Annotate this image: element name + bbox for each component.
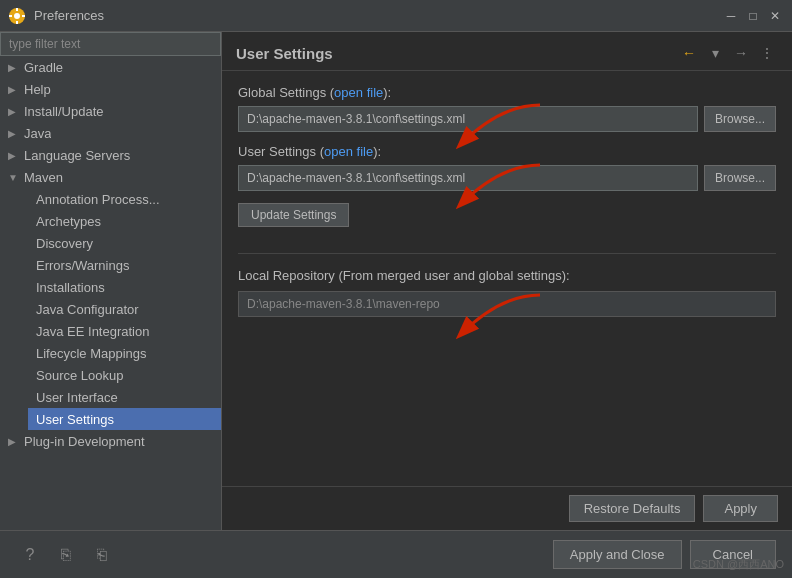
help-button[interactable]: ? [16,541,44,569]
sidebar-item-plugin-development[interactable]: ▶ Plug-in Development [0,430,221,452]
sidebar-item-user-settings[interactable]: User Settings [28,408,221,430]
sidebar-item-archetypes[interactable]: Archetypes [28,210,221,232]
sidebar-item-discovery[interactable]: Discovery [28,232,221,254]
bottom-right-actions: Apply and Close Cancel [553,540,776,569]
main-container: ▶ Gradle ▶ Help ▶ Install/Update ▶ Java … [0,32,792,530]
svg-rect-3 [16,21,18,24]
global-settings-path-input[interactable] [238,106,698,132]
sidebar-item-source-lookup[interactable]: Source Lookup [28,364,221,386]
chevron-right-icon: ▶ [8,84,22,95]
sidebar: ▶ Gradle ▶ Help ▶ Install/Update ▶ Java … [0,32,222,530]
chevron-right-icon: ▶ [8,128,22,139]
chevron-right-icon: ▶ [8,106,22,117]
title-bar: Preferences ─ □ ✕ [0,0,792,32]
title-bar-title: Preferences [34,8,104,23]
user-settings-browse-button[interactable]: Browse... [704,165,776,191]
restore-defaults-button[interactable]: Restore Defaults [569,495,696,522]
content-area: User Settings ← ▾ → ⋮ Global Settings (o… [222,32,792,530]
cancel-button[interactable]: Cancel [690,540,776,569]
divider [238,253,776,254]
global-settings-label: Global Settings (open file): [238,85,776,100]
user-settings-path-input[interactable] [238,165,698,191]
sidebar-item-maven[interactable]: ▼ Maven [0,166,221,188]
chevron-right-icon: ▶ [8,150,22,161]
minimize-button[interactable]: ─ [722,7,740,25]
import-preferences-button[interactable]: ⎗ [88,541,116,569]
update-settings-button[interactable]: Update Settings [238,203,349,227]
maven-children: Annotation Process... Archetypes Discove… [0,188,221,430]
back-button[interactable]: ← [678,42,700,64]
content-header-actions: ← ▾ → ⋮ [678,42,778,64]
user-settings-label: User Settings (open file): [238,144,776,159]
sidebar-item-errors-warnings[interactable]: Errors/Warnings [28,254,221,276]
user-settings-input-row: Browse... [238,165,776,191]
close-button[interactable]: ✕ [766,7,784,25]
svg-rect-5 [22,15,25,17]
app-icon [8,7,26,25]
bottom-bar: ? ⎘ ⎗ Apply and Close Cancel [0,530,792,578]
maximize-button[interactable]: □ [744,7,762,25]
back-dropdown-button[interactable]: ▾ [704,42,726,64]
sidebar-item-java-ee-integration[interactable]: Java EE Integration [28,320,221,342]
sidebar-item-user-interface[interactable]: User Interface [28,386,221,408]
sidebar-item-install-update[interactable]: ▶ Install/Update [0,100,221,122]
global-settings-browse-button[interactable]: Browse... [704,106,776,132]
content-header: User Settings ← ▾ → ⋮ [222,32,792,71]
title-bar-left: Preferences [8,7,104,25]
chevron-right-icon: ▶ [8,62,22,73]
content-footer: Restore Defaults Apply [222,486,792,530]
chevron-right-icon: ▶ [8,436,22,447]
sidebar-item-installations[interactable]: Installations [28,276,221,298]
sidebar-item-annotation-process[interactable]: Annotation Process... [28,188,221,210]
content-title: User Settings [236,45,333,62]
sidebar-item-help[interactable]: ▶ Help [0,78,221,100]
title-bar-controls: ─ □ ✕ [722,7,784,25]
local-repo-path-input [238,291,776,317]
export-preferences-button[interactable]: ⎘ [52,541,80,569]
sidebar-filter-input[interactable] [0,32,221,56]
sidebar-item-java[interactable]: ▶ Java [0,122,221,144]
global-settings-input-row: Browse... [238,106,776,132]
sidebar-item-gradle[interactable]: ▶ Gradle [0,56,221,78]
sidebar-item-java-configurator[interactable]: Java Configurator [28,298,221,320]
svg-rect-4 [9,15,12,17]
global-settings-open-file-link[interactable]: open file [334,85,383,100]
user-settings-open-file-link[interactable]: open file [324,144,373,159]
bottom-left-actions: ? ⎘ ⎗ [16,541,116,569]
forward-button[interactable]: → [730,42,752,64]
sidebar-item-language-servers[interactable]: ▶ Language Servers [0,144,221,166]
chevron-down-icon: ▼ [8,172,22,183]
svg-rect-2 [16,8,18,11]
content-body: Global Settings (open file): Browse... U… [222,71,792,486]
sidebar-item-lifecycle-mappings[interactable]: Lifecycle Mappings [28,342,221,364]
svg-point-1 [14,13,20,19]
apply-and-close-button[interactable]: Apply and Close [553,540,682,569]
more-options-button[interactable]: ⋮ [756,42,778,64]
apply-button[interactable]: Apply [703,495,778,522]
local-repo-label: Local Repository (From merged user and g… [238,268,776,283]
